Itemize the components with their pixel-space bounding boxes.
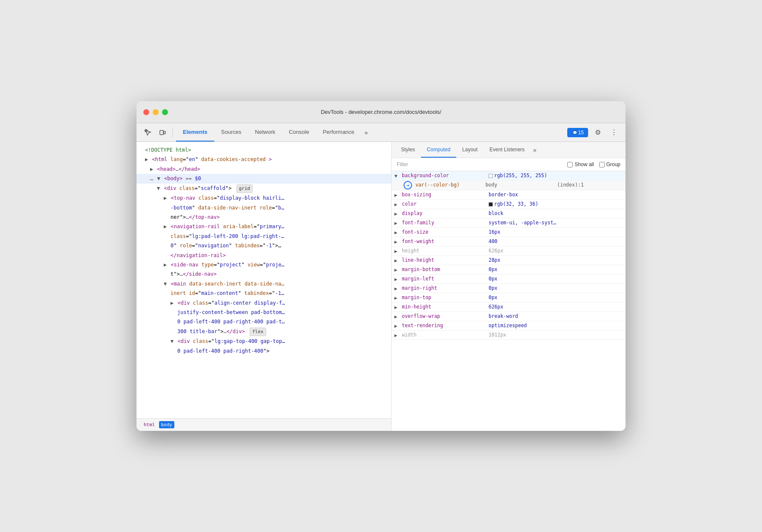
prop-color[interactable]: ▶ color rgb(32, 33, 36)	[392, 200, 626, 209]
prop-background-color-sub[interactable]: ➜ var(--color-bg) body (index):1	[392, 181, 626, 190]
dom-line-topnav3[interactable]: ner">…</top-nav>	[136, 212, 391, 222]
dom-line-main1[interactable]: ▼ <main data-search-inert data-side-na…	[136, 279, 391, 289]
expand-navrail-icon[interactable]: ▶	[164, 224, 167, 229]
expand-head-icon[interactable]: ▶	[150, 166, 153, 172]
subtab-computed[interactable]: Computed	[421, 142, 456, 158]
expand-overflow-wrap-icon[interactable]: ▶	[392, 312, 400, 321]
expand-font-family-icon[interactable]: ▶	[392, 218, 400, 227]
prop-height[interactable]: ▶ height 626px	[392, 246, 626, 256]
expand-line-height-icon[interactable]: ▶	[392, 256, 400, 265]
maximize-button[interactable]	[162, 109, 168, 115]
prop-margin-top[interactable]: ▶ margin-top 0px	[392, 293, 626, 303]
tab-elements[interactable]: Elements	[176, 123, 214, 141]
issues-badge-button[interactable]: 💬 15	[567, 128, 588, 137]
dom-line-div-gap1[interactable]: ▼ <div class="lg:gap-top-400 gap-top…	[136, 337, 391, 346]
traffic-lights	[143, 109, 168, 115]
flex-badge: flex	[250, 328, 266, 337]
dom-line-doctype[interactable]: <!DOCTYPE html>	[136, 145, 391, 155]
expand-color-icon[interactable]: ▶	[392, 200, 400, 209]
breadcrumb-html[interactable]: html	[142, 421, 157, 428]
prop-text-rendering[interactable]: ▶ text-rendering optimizespeed	[392, 321, 626, 331]
expand-font-size-icon[interactable]: ▶	[392, 228, 400, 237]
tab-console[interactable]: Console	[282, 123, 316, 141]
group-checkbox[interactable]	[599, 162, 605, 167]
expand-sidenav-icon[interactable]: ▶	[164, 262, 167, 268]
tab-sources[interactable]: Sources	[214, 123, 248, 141]
expand-height-icon[interactable]: ▶	[392, 246, 400, 255]
subtab-event-listeners[interactable]: Event Listeners	[483, 142, 531, 158]
dom-line-topnav1[interactable]: ▶ <top-nav class="display-block hairli…	[136, 193, 391, 203]
expand-margin-right-icon[interactable]: ▶	[392, 284, 400, 293]
prop-font-family[interactable]: ▶ font-family system-ui, -apple-syst…	[392, 218, 626, 228]
expand-min-height-icon[interactable]: ▶	[392, 303, 400, 311]
navigate-to-source-icon[interactable]: ➜	[404, 181, 412, 190]
dom-line-sidenav1[interactable]: ▶ <side-nav type="project" view="proje…	[136, 260, 391, 269]
breadcrumb-body[interactable]: body	[159, 421, 175, 428]
expand-main-icon[interactable]: ▼	[164, 281, 167, 287]
dom-line-div-align3[interactable]: 0 pad-left-400 pad-right-400 pad-t…	[136, 317, 391, 326]
group-label: Group	[606, 161, 620, 167]
device-toolbar-button[interactable]	[156, 126, 169, 139]
expand-box-sizing-icon[interactable]: ▶	[392, 190, 400, 199]
expand-topnav-icon[interactable]: ▶	[164, 195, 167, 201]
prop-width[interactable]: ▶ width 1012px	[392, 331, 626, 340]
expand-display-icon[interactable]: ▶	[392, 209, 400, 218]
expand-font-weight-icon[interactable]: ▶	[392, 237, 400, 246]
dom-tree[interactable]: <!DOCTYPE html> ▶ <html lang="en" data-c…	[136, 142, 391, 418]
tab-performance[interactable]: Performance	[316, 123, 361, 141]
tab-network[interactable]: Network	[248, 123, 282, 141]
minimize-button[interactable]	[153, 109, 159, 115]
filter-input[interactable]	[397, 161, 562, 167]
prop-font-size[interactable]: ▶ font-size 16px	[392, 228, 626, 237]
settings-button[interactable]: ⚙	[591, 126, 604, 139]
prop-font-weight[interactable]: ▶ font-weight 400	[392, 237, 626, 246]
dom-line-sidenav2[interactable]: t">…</side-nav>	[136, 269, 391, 279]
more-options-button[interactable]: ⋮	[608, 126, 620, 139]
more-tabs-button[interactable]: »	[361, 123, 371, 141]
main-content: <!DOCTYPE html> ▶ <html lang="en" data-c…	[136, 142, 626, 431]
svg-text:💬: 💬	[573, 130, 577, 135]
dom-line-html[interactable]: ▶ <html lang="en" data-cookies-accepted …	[136, 155, 391, 164]
expand-scaffold-icon[interactable]: ▼	[157, 185, 160, 191]
expand-div-align-icon[interactable]: ▶	[171, 300, 173, 306]
dom-line-main2[interactable]: inert id="main-content" tabindex="-1…	[136, 289, 391, 298]
dom-line-navrail4[interactable]: </navigation-rail>	[136, 251, 391, 260]
prop-margin-bottom[interactable]: ▶ margin-bottom 0px	[392, 265, 626, 274]
expand-background-color-icon[interactable]: ▼	[392, 171, 400, 180]
more-subtabs-button[interactable]: »	[531, 142, 539, 158]
expand-margin-top-icon[interactable]: ▶	[392, 293, 400, 302]
dom-line-head[interactable]: ▶ <head>…</head>	[136, 164, 391, 174]
expand-width-icon[interactable]: ▶	[392, 331, 400, 340]
dom-line-navrail2[interactable]: class="lg:pad-left-200 lg:pad-right-…	[136, 232, 391, 241]
expand-body-icon[interactable]: ▼	[157, 175, 160, 181]
dom-line-navrail3[interactable]: 0" role="navigation" tabindex="-1">…	[136, 241, 391, 250]
expand-html-icon[interactable]: ▶	[145, 156, 148, 162]
prop-overflow-wrap[interactable]: ▶ overflow-wrap break-word	[392, 312, 626, 321]
toolbar-right: 💬 15 ⚙ ⋮	[567, 126, 620, 139]
title-bar: DevTools - developer.chrome.com/docs/dev…	[136, 101, 626, 123]
prop-min-height[interactable]: ▶ min-height 626px	[392, 303, 626, 312]
inspect-element-button[interactable]	[142, 126, 154, 139]
dom-line-topnav2[interactable]: -bottom" data-side-nav-inert role="b…	[136, 203, 391, 212]
dom-line-div-align4[interactable]: 300 title-bar">…</div> flex	[136, 327, 391, 337]
dom-line-scaffold[interactable]: ▼ <div class="scaffold"> grid	[136, 184, 391, 194]
expand-margin-left-icon[interactable]: ▶	[392, 274, 400, 283]
prop-line-height[interactable]: ▶ line-height 28px	[392, 256, 626, 265]
dom-line-navrail1[interactable]: ▶ <navigation-rail aria-label="primary…	[136, 222, 391, 231]
prop-background-color[interactable]: ▼ background-color rgb(255, 255, 255)	[392, 171, 626, 181]
prop-margin-right[interactable]: ▶ margin-right 0px	[392, 284, 626, 293]
dom-line-div-align2[interactable]: justify-content-between pad-bottom…	[136, 308, 391, 317]
prop-box-sizing[interactable]: ▶ box-sizing border-box	[392, 190, 626, 200]
expand-div-gap-icon[interactable]: ▼	[171, 338, 173, 344]
close-button[interactable]	[143, 109, 149, 115]
dom-line-div-gap2[interactable]: 0 pad-left-400 pad-right-400">	[136, 346, 391, 356]
prop-margin-left[interactable]: ▶ margin-left 0px	[392, 274, 626, 284]
show-all-checkbox[interactable]	[567, 162, 573, 167]
expand-text-rendering-icon[interactable]: ▶	[392, 321, 400, 330]
expand-margin-bottom-icon[interactable]: ▶	[392, 265, 400, 274]
subtab-layout[interactable]: Layout	[456, 142, 483, 158]
subtab-styles[interactable]: Styles	[395, 142, 421, 158]
dom-line-div-align1[interactable]: ▶ <div class="align-center display-f…	[136, 298, 391, 308]
prop-display[interactable]: ▶ display block	[392, 209, 626, 218]
dom-line-body[interactable]: … ▼ <body> == $0	[136, 174, 391, 183]
